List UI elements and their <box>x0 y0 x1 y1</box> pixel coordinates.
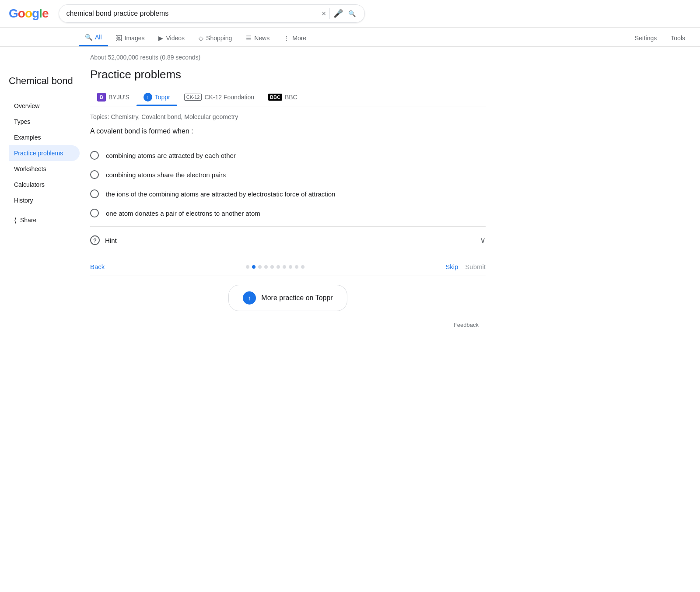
source-tabs: B BYJU'S ↑ Toppr CK·12 CK-12 Foundation … <box>90 88 486 106</box>
logo-l: l <box>39 7 42 21</box>
logo-g1: G <box>9 7 18 21</box>
source-tab-bbc[interactable]: BBC BBC <box>261 89 304 105</box>
logo-o1: o <box>18 7 25 21</box>
submit-button: Submit <box>465 263 486 270</box>
tab-shopping-label: Shopping <box>206 35 232 42</box>
mic-icon[interactable]: 🎤 <box>333 9 343 18</box>
hint-label: Hint <box>105 237 475 244</box>
answer-option-b[interactable]: combining atoms share the electron pairs <box>90 165 486 184</box>
settings-button[interactable]: Settings <box>629 30 663 46</box>
sidebar-item-history[interactable]: History <box>9 193 80 208</box>
logo-e: e <box>42 7 49 21</box>
sidebar-item-practice[interactable]: Practice problems <box>9 145 80 161</box>
results-count: About 52,000,000 results (0.89 seconds) <box>90 54 486 61</box>
sidebar-item-overview[interactable]: Overview <box>9 98 80 114</box>
bbc-icon: BBC <box>268 94 282 101</box>
logo-g2: g <box>32 7 39 21</box>
tab-more-label: More <box>292 35 306 42</box>
search-divider <box>329 8 330 19</box>
search-tabs: 🔍 All 🖼 Images ▶ Videos ◇ Shopping ☰ New… <box>0 28 700 47</box>
radio-a[interactable] <box>90 151 99 160</box>
dot-8 <box>289 265 292 269</box>
radio-d[interactable] <box>90 209 99 217</box>
byjus-label: BYJU'S <box>108 94 130 101</box>
answer-option-c[interactable]: the ions of the combining atoms are attr… <box>90 184 486 203</box>
tab-images-icon: 🖼 <box>116 35 122 42</box>
tab-all-icon: 🔍 <box>85 34 92 41</box>
search-input[interactable] <box>66 10 318 18</box>
answer-text-c: the ions of the combining atoms are attr… <box>106 190 335 198</box>
share-label: Share <box>20 217 36 224</box>
feedback-area: Feedback <box>90 318 486 332</box>
dot-9 <box>295 265 298 269</box>
tab-news[interactable]: ☰ News <box>240 30 276 46</box>
tab-videos-icon: ▶ <box>158 35 163 42</box>
hint-icon: ? <box>90 235 100 245</box>
back-button[interactable]: Back <box>90 263 105 270</box>
share-button[interactable]: ⟨ Share <box>9 212 83 229</box>
ck12-label: CK-12 Foundation <box>204 94 254 101</box>
tab-images[interactable]: 🖼 Images <box>110 30 151 46</box>
dot-7 <box>283 265 286 269</box>
tab-news-icon: ☰ <box>246 35 252 42</box>
hint-chevron-icon: ∨ <box>480 235 486 245</box>
bbc-label: BBC <box>285 94 298 101</box>
hint-row[interactable]: ? Hint ∨ <box>90 230 486 250</box>
radio-c[interactable] <box>90 189 99 198</box>
sidebar-item-types[interactable]: Types <box>9 114 80 130</box>
dot-10 <box>301 265 304 269</box>
source-tab-toppr[interactable]: ↑ Toppr <box>136 88 177 106</box>
header: Google × 🎤 🔍 <box>0 0 700 28</box>
settings-label: Settings <box>635 35 657 42</box>
more-practice-section: ↑ More practice on Toppr <box>90 278 486 318</box>
sidebar-item-examples[interactable]: Examples <box>9 130 80 145</box>
navigation-dots <box>105 265 445 269</box>
tab-images-label: Images <box>125 35 145 42</box>
clear-icon[interactable]: × <box>322 9 326 18</box>
question-text: A covalent bond is formed when : <box>90 127 486 135</box>
more-practice-label: More practice on Toppr <box>261 294 332 302</box>
source-tab-ck12[interactable]: CK·12 CK-12 Foundation <box>177 89 261 105</box>
logo-o2: o <box>25 7 32 21</box>
search-button[interactable]: 🔍 <box>346 10 357 17</box>
tools-label: Tools <box>671 35 685 42</box>
tab-more[interactable]: ⋮ More <box>277 30 312 46</box>
answer-option-a[interactable]: combining atoms are attracted by each ot… <box>90 146 486 165</box>
sidebar-item-calculators[interactable]: Calculators <box>9 177 80 193</box>
tools-button[interactable]: Tools <box>665 30 691 46</box>
ck12-icon: CK·12 <box>184 94 202 101</box>
radio-b[interactable] <box>90 170 99 179</box>
more-practice-divider <box>90 276 486 276</box>
sidebar: Chemical bond Overview Types Examples Pr… <box>9 54 83 332</box>
quiz-navigation: Back Skip Submit <box>90 258 486 276</box>
dot-4 <box>264 265 268 269</box>
search-bar: × 🎤 🔍 <box>59 4 365 23</box>
answer-text-b: combining atoms share the electron pairs <box>106 171 226 179</box>
dot-3 <box>258 265 262 269</box>
tab-videos-label: Videos <box>166 35 185 42</box>
dot-5 <box>270 265 274 269</box>
tab-more-icon: ⋮ <box>284 35 290 42</box>
toppr-label: Toppr <box>155 94 170 101</box>
feedback-button[interactable]: Feedback <box>454 322 479 328</box>
toppr-button-icon: ↑ <box>243 291 256 305</box>
dot-1 <box>246 265 249 269</box>
section-title: Practice problems <box>90 68 486 81</box>
skip-button[interactable]: Skip <box>445 263 458 270</box>
answer-text-a: combining atoms are attracted by each ot… <box>106 152 236 159</box>
hint-divider <box>90 226 486 227</box>
dot-6 <box>276 265 280 269</box>
answer-text-d: one atom donates a pair of electrons to … <box>106 210 260 217</box>
sidebar-nav: Overview Types Examples Practice problem… <box>9 98 83 208</box>
tab-all[interactable]: 🔍 All <box>79 29 108 46</box>
tab-videos[interactable]: ▶ Videos <box>152 30 191 46</box>
sidebar-item-worksheets[interactable]: Worksheets <box>9 161 80 177</box>
dot-2 <box>252 265 256 269</box>
source-tab-byjus[interactable]: B BYJU'S <box>90 88 136 106</box>
tab-shopping-icon: ◇ <box>199 35 203 42</box>
tab-shopping[interactable]: ◇ Shopping <box>192 30 238 46</box>
answer-option-d[interactable]: one atom donates a pair of electrons to … <box>90 203 486 223</box>
toppr-icon: ↑ <box>144 93 152 102</box>
more-practice-button[interactable]: ↑ More practice on Toppr <box>228 285 347 311</box>
sidebar-title: Chemical bond <box>9 75 83 88</box>
